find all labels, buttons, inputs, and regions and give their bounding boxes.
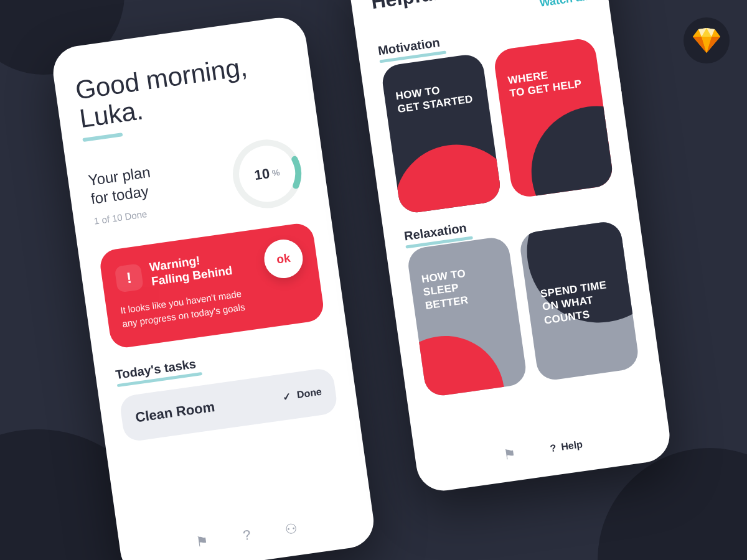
video-card-spend-time[interactable]: SPEND TIME ON WHAT COUNTS <box>519 220 641 381</box>
decor-blob <box>406 329 512 398</box>
question-icon[interactable]: ? <box>242 527 252 544</box>
warning-icon: ! <box>115 263 144 292</box>
warning-body: It looks like you haven't made any progr… <box>120 285 259 331</box>
sketch-app-icon <box>684 17 730 63</box>
category-label-motivation: Motivation <box>377 35 441 58</box>
greeting-line: Good morning, <box>73 47 291 105</box>
greeting: Good morning, Luka. <box>73 47 294 134</box>
nav-help-button[interactable]: ? Help <box>550 439 583 454</box>
nav-help-label: Help <box>560 439 583 453</box>
warning-card: ! Warning!Falling Behind It looks like y… <box>98 222 326 350</box>
video-title: WHERE TO GET HELP <box>507 63 590 100</box>
video-card-get-started[interactable]: HOW TO GET STARTED <box>380 53 502 215</box>
person-icon[interactable]: ⚇ <box>284 520 298 538</box>
percent-symbol: % <box>271 167 281 179</box>
progress-ring: 10 % <box>225 132 309 217</box>
video-title: HOW TO SLEEP BETTER <box>421 262 505 312</box>
category-label-relaxation: Relaxation <box>403 221 467 244</box>
bottom-nav: ⚑ ? Help <box>414 414 672 485</box>
task-status-label: Done <box>296 386 322 401</box>
warning-title: Warning!Falling Behind <box>149 250 233 289</box>
tasks-section-label: Today's tasks <box>115 357 197 383</box>
bottom-nav: ⚑ ? ⚇ <box>118 500 376 560</box>
check-icon: ✓ <box>282 391 292 404</box>
video-title: HOW TO GET STARTED <box>395 79 477 116</box>
flag-icon[interactable]: ⚑ <box>195 533 210 551</box>
task-status: ✓ Done <box>282 386 322 404</box>
task-name: Clean Room <box>134 399 216 426</box>
progress-percent: 10 <box>253 166 271 184</box>
flag-icon[interactable]: ⚑ <box>502 446 517 464</box>
video-card-sleep-better[interactable]: HOW TO SLEEP BETTER <box>406 236 528 398</box>
videos-screen: Helpful Videos Watch all Motivation HOW … <box>345 0 673 494</box>
task-card[interactable]: Clean Room ✓ Done <box>119 367 339 442</box>
decor-blob <box>387 137 502 215</box>
video-card-get-help[interactable]: WHERE TO GET HELP <box>492 37 614 198</box>
question-icon: ? <box>550 442 557 454</box>
decor-blob <box>523 98 614 199</box>
